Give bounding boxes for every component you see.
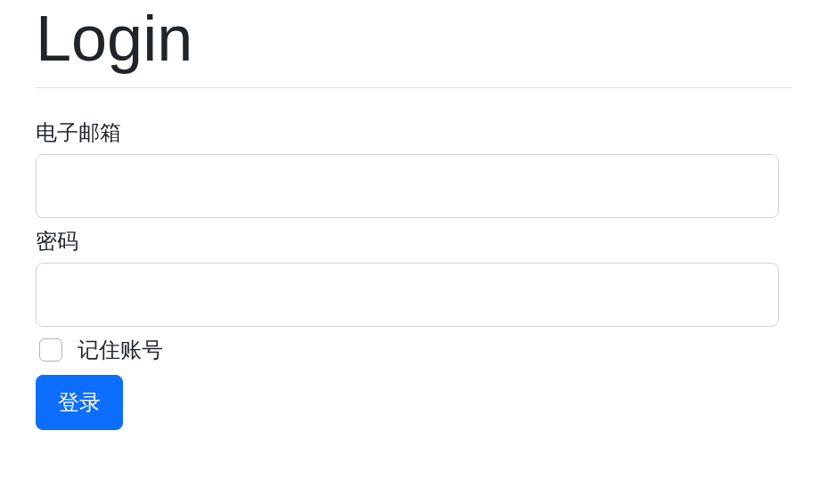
password-field[interactable] [36,263,779,327]
login-container: Login 电子邮箱 密码 记住账号 登录 [0,0,827,430]
password-group: 密码 [36,227,791,327]
divider [36,87,791,88]
login-button[interactable]: 登录 [36,375,123,429]
remember-label: 记住账号 [78,336,163,364]
remember-checkbox[interactable] [39,338,62,362]
email-group: 电子邮箱 [36,118,791,218]
email-label: 电子邮箱 [36,118,791,147]
remember-row: 记住账号 [36,336,791,364]
password-label: 密码 [36,227,791,256]
page-title: Login [36,0,791,77]
email-field[interactable] [36,154,779,218]
